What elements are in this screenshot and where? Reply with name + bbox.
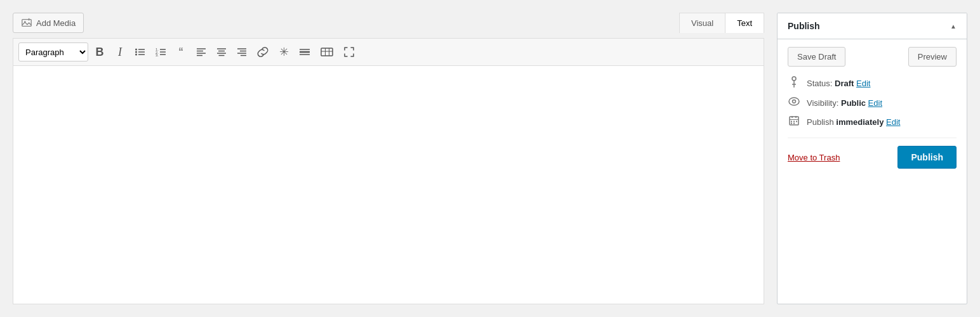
draft-preview-row: Save Draft Preview: [788, 47, 957, 67]
save-draft-button[interactable]: Save Draft: [788, 47, 845, 67]
status-icon: [788, 75, 800, 91]
meta-rows: Status: Draft Edit Visibility: Public Ed…: [788, 75, 957, 129]
italic-button[interactable]: I: [111, 43, 129, 61]
publish-panel-title: Publish: [788, 21, 820, 31]
align-right-icon: [236, 46, 248, 58]
svg-point-6: [135, 54, 137, 56]
publish-time-value: immediately: [836, 117, 884, 127]
fullscreen-icon: [343, 46, 355, 58]
svg-rect-48: [793, 123, 795, 124]
svg-point-5: [135, 51, 137, 53]
unordered-list-icon: [135, 46, 146, 58]
svg-point-35: [792, 77, 796, 81]
link-icon: [256, 46, 269, 58]
status-label: Status:: [807, 79, 832, 88]
publish-time-row: Publish immediately Edit: [788, 115, 957, 129]
publish-time-edit-link[interactable]: Edit: [886, 117, 900, 127]
ordered-list-button[interactable]: 1. 2. 3.: [152, 43, 169, 61]
align-center-icon: [216, 46, 227, 58]
publish-time-text: Publish immediately Edit: [807, 117, 900, 127]
publish-button[interactable]: Publish: [897, 146, 957, 169]
blockquote-button[interactable]: “: [172, 43, 190, 61]
visibility-edit-link[interactable]: Edit: [868, 98, 882, 108]
publish-time-label: Publish: [807, 117, 834, 127]
svg-point-39: [793, 100, 796, 103]
svg-rect-31: [321, 48, 333, 56]
visibility-label: Visibility:: [807, 98, 838, 108]
publish-panel: Publish ▲ Save Draft Preview Status: Dr: [777, 13, 967, 304]
svg-rect-47: [791, 123, 792, 124]
publish-panel-body: Save Draft Preview Status: Draft Edit: [778, 39, 967, 176]
svg-rect-45: [793, 121, 795, 122]
status-row: Status: Draft Edit: [788, 75, 957, 91]
align-left-icon: [195, 46, 207, 58]
status-value: Draft: [835, 79, 854, 88]
table-icon: [320, 46, 334, 58]
status-text: Status: Draft Edit: [807, 79, 870, 88]
publish-actions: Move to Trash Publish: [788, 138, 957, 169]
horizontal-rule-icon: [298, 46, 311, 58]
add-media-label: Add Media: [36, 18, 76, 28]
svg-point-38: [789, 98, 799, 105]
add-media-button[interactable]: Add Media: [13, 13, 84, 33]
horizontal-rule-button[interactable]: [295, 43, 314, 61]
editor-toolbar: Paragraph B I 1. 2. 3.: [13, 38, 764, 65]
snowflake-button[interactable]: ✳: [275, 43, 293, 61]
bold-button[interactable]: B: [91, 43, 109, 61]
svg-rect-46: [796, 121, 797, 122]
collapse-icon[interactable]: ▲: [950, 23, 957, 30]
visual-text-tabs: Visual Text: [679, 13, 764, 33]
ordered-list-icon: 1. 2. 3.: [155, 46, 166, 58]
paragraph-select[interactable]: Paragraph: [18, 42, 88, 61]
fullscreen-button[interactable]: [340, 43, 359, 61]
visibility-icon: [788, 97, 800, 108]
editor-top-bar: Add Media Visual Text: [13, 13, 764, 33]
tab-visual[interactable]: Visual: [680, 13, 725, 33]
editor-content[interactable]: [13, 65, 764, 304]
editor-area: Add Media Visual Text Paragraph B I: [13, 13, 764, 304]
move-to-trash-button[interactable]: Move to Trash: [788, 153, 840, 162]
add-media-icon: [21, 17, 32, 29]
visibility-row: Visibility: Public Edit: [788, 97, 957, 108]
align-left-button[interactable]: [192, 43, 210, 61]
table-button[interactable]: [317, 43, 337, 61]
preview-button[interactable]: Preview: [908, 47, 957, 67]
svg-rect-44: [791, 121, 792, 122]
calendar-icon: [788, 115, 800, 129]
align-right-button[interactable]: [233, 43, 251, 61]
tab-text[interactable]: Text: [725, 13, 764, 33]
visibility-value: Public: [841, 98, 866, 108]
svg-rect-0: [22, 20, 31, 27]
link-button[interactable]: [253, 43, 272, 61]
visibility-text: Visibility: Public Edit: [807, 98, 882, 108]
unordered-list-button[interactable]: [131, 43, 149, 61]
svg-text:3.: 3.: [156, 53, 159, 57]
publish-panel-header: Publish ▲: [778, 13, 967, 39]
status-edit-link[interactable]: Edit: [856, 79, 870, 88]
align-center-button[interactable]: [213, 43, 230, 61]
svg-point-4: [135, 49, 137, 51]
